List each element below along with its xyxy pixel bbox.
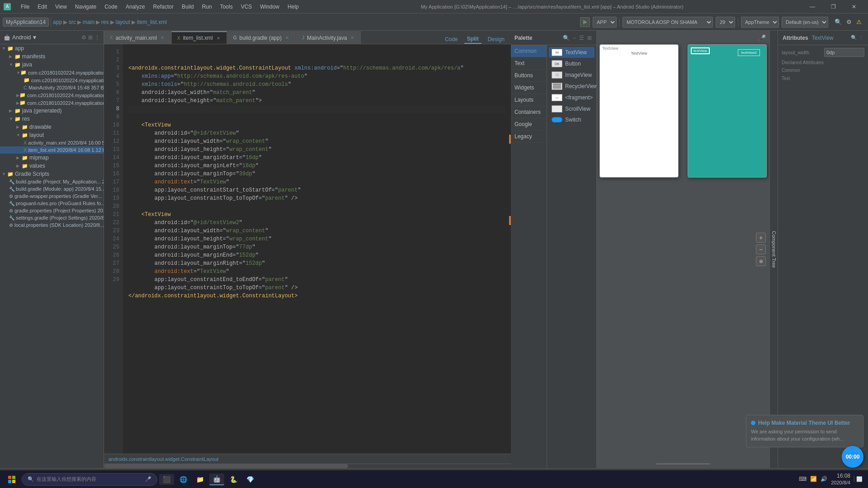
win-close-button[interactable]: ✕ bbox=[844, 0, 864, 14]
tree-item-app[interactable]: ▼ 📁 app bbox=[0, 44, 104, 52]
tray-keyboard-icon[interactable]: ⌨ bbox=[799, 476, 807, 482]
palette-item-textview[interactable]: Ab TextView bbox=[549, 47, 594, 58]
sidebar-layout-icon[interactable]: ⊞ bbox=[88, 34, 93, 41]
palette-cat-layouts[interactable]: Layouts bbox=[511, 94, 547, 106]
menu-refactor[interactable]: Refactor bbox=[150, 3, 177, 11]
menu-navigate[interactable]: Navigate bbox=[71, 3, 100, 11]
tree-item-mainactivity[interactable]: C MainActivity 2020/8/4 15:48 357 B 2 bbox=[0, 84, 104, 91]
tray-clock[interactable]: 16:08 2020/8/4 bbox=[831, 473, 850, 486]
palette-cat-legacy[interactable]: Legacy bbox=[511, 131, 547, 143]
zoom-fit-button[interactable]: ⊕ bbox=[756, 256, 766, 266]
tree-item-res[interactable]: ▼ 📁 res bbox=[0, 115, 104, 123]
tree-item-layout[interactable]: ▼ 📁 layout bbox=[0, 131, 104, 139]
breadcrumb-layout[interactable]: layout bbox=[116, 19, 130, 25]
attr-search-icon[interactable]: 🔍 bbox=[851, 35, 857, 41]
horizontal-scrollbar[interactable] bbox=[104, 464, 511, 468]
menu-code[interactable]: Code bbox=[101, 3, 121, 11]
tray-network-icon[interactable]: 📶 bbox=[810, 476, 817, 482]
tree-item-settings-gradle[interactable]: 🔧 settings.gradle (Project Settings) 202… bbox=[0, 214, 104, 221]
menu-build[interactable]: Build bbox=[178, 3, 198, 11]
win-minimize-button[interactable]: — bbox=[802, 0, 823, 14]
tree-item-gradle-wrapper[interactable]: ⚙ gradle-wrapper.properties (Gradle Ver.… bbox=[0, 192, 104, 200]
palette-minus-icon[interactable]: − bbox=[572, 34, 577, 42]
breadcrumb-res[interactable]: res bbox=[101, 19, 109, 25]
tray-show-desktop[interactable]: ⬜ bbox=[854, 476, 864, 482]
menu-run[interactable]: Run bbox=[198, 3, 216, 11]
split-mode-button[interactable]: Split bbox=[464, 35, 481, 44]
palette-item-recyclerview[interactable]: RecyclerView bbox=[549, 81, 594, 92]
tab-item-list[interactable]: X item_list.xml ✕ bbox=[171, 31, 227, 44]
scrollbar-thumb-h[interactable] bbox=[104, 464, 348, 468]
breadcrumb-src[interactable]: src bbox=[69, 19, 76, 25]
menu-view[interactable]: View bbox=[52, 3, 71, 11]
tree-item-proguard[interactable]: 🔧 proguard-rules.pro (ProGuard Rules fo.… bbox=[0, 200, 104, 207]
start-button[interactable] bbox=[4, 471, 20, 488]
menu-window[interactable]: Window bbox=[256, 3, 283, 11]
zoom-in-button[interactable]: + bbox=[756, 233, 766, 243]
palette-cat-widgets[interactable]: Widgets bbox=[511, 82, 547, 94]
timer-button[interactable]: 00:00 bbox=[842, 446, 863, 468]
close-tab-build-gradle[interactable]: ✕ bbox=[284, 35, 290, 40]
taskbar-mic-icon[interactable]: 🎤 bbox=[145, 476, 151, 482]
tree-item-java-gen[interactable]: ▶ 📁 java (generated) bbox=[0, 107, 104, 115]
tab-mainactivity[interactable]: J MainActivity.java ✕ bbox=[296, 31, 361, 44]
menu-vcs[interactable]: VCS bbox=[237, 3, 256, 11]
menu-help[interactable]: Help bbox=[284, 3, 302, 11]
palette-cat-google[interactable]: Google bbox=[511, 118, 547, 131]
palette-cat-containers[interactable]: Containers bbox=[511, 106, 547, 118]
close-tab-activity-main[interactable]: ✕ bbox=[160, 35, 165, 40]
palette-cat-buttons[interactable]: Buttons bbox=[511, 70, 547, 82]
toolbar-search-icon[interactable]: 🔍 bbox=[833, 18, 844, 26]
tree-item-com4[interactable]: ▶ 📁 com.c201801020224.myapplication ( bbox=[0, 99, 104, 107]
menu-tools[interactable]: Tools bbox=[217, 3, 236, 11]
toolbar-run-button[interactable] bbox=[580, 17, 590, 27]
palette-item-scrollview[interactable]: ScrollView bbox=[549, 103, 594, 114]
locale-select[interactable]: Default (en-us) bbox=[782, 17, 828, 28]
close-tab-item-list[interactable]: ✕ bbox=[216, 36, 221, 41]
design-mode-button[interactable]: Design bbox=[485, 35, 507, 43]
palette-search-icon[interactable]: 🔍 bbox=[562, 34, 571, 42]
tree-item-item-list[interactable]: X item_list.xml 2020/8/4 16:08 1.12 KB 1… bbox=[0, 146, 104, 154]
tree-item-build-gradle-proj[interactable]: 🔧 build.gradle (Project: My_Application.… bbox=[0, 178, 104, 185]
breadcrumb-file[interactable]: item_list.xml bbox=[137, 19, 167, 25]
attr-more-icon[interactable]: ⋮ bbox=[859, 35, 863, 41]
theme-select[interactable]: AppTheme bbox=[741, 17, 779, 28]
run-config-select[interactable]: APP bbox=[593, 17, 617, 28]
menu-analyze[interactable]: Analyze bbox=[122, 3, 149, 11]
sidebar-more-icon[interactable]: ⋮ bbox=[94, 34, 100, 41]
tree-item-java[interactable]: ▼ 📁 java bbox=[0, 61, 104, 69]
breadcrumb-main[interactable]: main bbox=[83, 19, 94, 25]
android-dropdown-icon[interactable]: ▼ bbox=[32, 34, 37, 41]
taskbar-item-folder[interactable]: 📁 bbox=[193, 474, 208, 485]
tree-item-build-gradle-app[interactable]: 🔧 build.gradle (Module: app) 2020/8/4 15… bbox=[0, 185, 104, 192]
close-tab-mainactivity[interactable]: ✕ bbox=[349, 35, 355, 40]
taskbar-item-chrome[interactable]: 🌐 bbox=[176, 474, 191, 485]
menu-file[interactable]: File bbox=[17, 3, 33, 11]
sidebar-gear-icon[interactable]: ⚙ bbox=[81, 34, 86, 41]
palette-item-button[interactable]: OK Button bbox=[549, 58, 594, 69]
tab-build-gradle[interactable]: G build.gradle (app) ✕ bbox=[227, 31, 296, 44]
taskbar-item-app1[interactable]: 🐍 bbox=[226, 474, 241, 485]
tree-item-com3[interactable]: ▶ 📁 com.c201801020224.myapplication ( bbox=[0, 91, 104, 99]
taskbar-item-terminal[interactable]: ⬛ bbox=[159, 474, 174, 485]
attr-input-layout-width[interactable] bbox=[824, 48, 864, 57]
palette-layout-list-icon[interactable]: ☰ bbox=[578, 34, 585, 42]
tree-item-mipmap[interactable]: ▶ 📁 mipmap bbox=[0, 154, 104, 162]
tree-item-local-props[interactable]: ⚙ local.properties (SDK Location) 2020/8… bbox=[0, 221, 104, 229]
breadcrumb-app[interactable]: app bbox=[53, 19, 62, 25]
palette-item-imageview[interactable]: 🖼 ImageView bbox=[549, 70, 594, 80]
palette-item-fragment[interactable]: <> <fragment> bbox=[549, 92, 594, 103]
menu-edit[interactable]: Edit bbox=[34, 3, 51, 11]
palette-layout-grid-icon[interactable]: ⊞ bbox=[586, 34, 593, 42]
tree-item-gradle-props[interactable]: ⚙ gradle.properties (Project Properties)… bbox=[0, 207, 104, 214]
palette-item-switch[interactable]: Switch bbox=[549, 115, 594, 125]
tree-item-drawable[interactable]: ▶ 📁 drawable bbox=[0, 123, 104, 131]
mic-icon[interactable]: 🎤 bbox=[758, 34, 766, 42]
zoom-out-button[interactable]: − bbox=[756, 244, 766, 254]
code-content[interactable]: <androidx.constraintlayout.widget.Constr… bbox=[123, 44, 511, 454]
tray-volume-icon[interactable]: 🔊 bbox=[821, 476, 827, 482]
tree-item-manifests[interactable]: ▶ 📁 manifests bbox=[0, 52, 104, 61]
palette-cat-text[interactable]: Text bbox=[511, 57, 547, 70]
win-restore-button[interactable]: ❐ bbox=[823, 0, 844, 14]
taskbar-search[interactable]: 🔍 在这里输入你想搜索的内容 🎤 bbox=[22, 473, 157, 486]
